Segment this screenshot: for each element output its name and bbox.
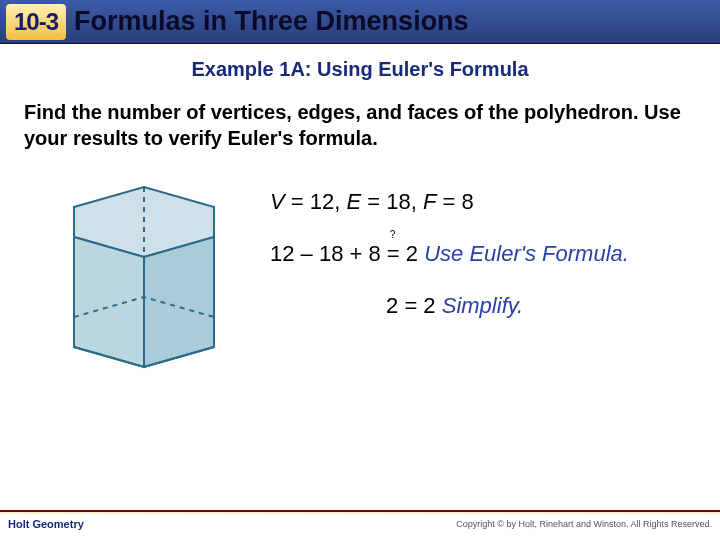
question-mark: ? [390, 229, 396, 240]
equations-block: V = 12, E = 18, F = 8 12 – 18 + 8 ? = 2 … [270, 189, 629, 345]
euler-expression: 12 – 18 + 8 [270, 241, 381, 266]
euler-substitution-row: 12 – 18 + 8 ? = 2 Use Euler's Formula. [270, 241, 629, 267]
euler-note: Use Euler's Formula. [424, 241, 629, 266]
header-title: Formulas in Three Dimensions [74, 6, 469, 37]
section-badge: 10-3 [6, 4, 66, 40]
values-row: V = 12, E = 18, F = 8 [270, 189, 629, 215]
V-value: 12 [310, 189, 334, 214]
question-equals: ? = [387, 241, 400, 267]
footer: Holt Geometry Copyright © by Holt, Rineh… [0, 510, 720, 534]
simplify-row: 2 = 2 Simplify. [270, 293, 629, 319]
svg-marker-2 [144, 237, 214, 367]
footer-copyright: Copyright © by Holt, Rinehart and Winsto… [456, 519, 712, 529]
V-label: V [270, 189, 285, 214]
problem-prompt: Find the number of vertices, edges, and … [0, 81, 720, 159]
simplify-rhs: 2 [423, 293, 435, 318]
E-label: E [347, 189, 362, 214]
simplify-note: Simplify. [442, 293, 524, 318]
equals-sign: = [387, 241, 400, 266]
simplify-eq: = [404, 293, 417, 318]
header-bar: 10-3 Formulas in Three Dimensions [0, 0, 720, 44]
E-value: 18 [386, 189, 410, 214]
euler-rhs: 2 [406, 241, 418, 266]
svg-marker-1 [74, 237, 144, 367]
simplify-lhs: 2 [386, 293, 398, 318]
hexagonal-prism-figure [24, 167, 244, 387]
F-label: F [423, 189, 436, 214]
example-subtitle: Example 1A: Using Euler's Formula [0, 58, 720, 81]
footer-brand: Holt Geometry [8, 518, 84, 530]
F-value: 8 [462, 189, 474, 214]
